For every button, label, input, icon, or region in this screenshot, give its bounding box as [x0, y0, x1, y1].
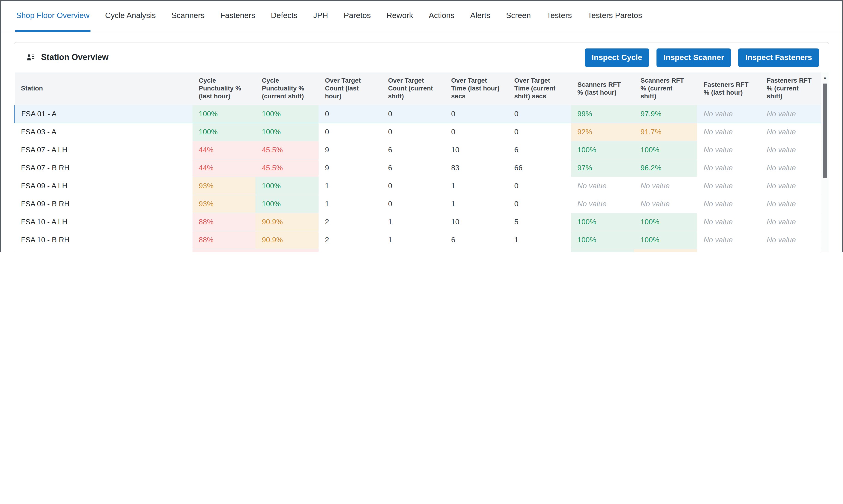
value-cell: No value [697, 141, 760, 159]
table-row[interactable]: FSA 14 - A LH56%66.7%84514695%93.3%No va… [15, 249, 823, 252]
table-row[interactable]: FSA 09 - A LH93%100%1010No valueNo value… [15, 177, 823, 195]
value-cell: 99% [571, 105, 634, 123]
value-cell: 92% [571, 123, 634, 141]
vertical-scrollbar[interactable]: ▲ ▼ [821, 72, 829, 252]
value-cell: 1 [381, 231, 445, 249]
value-cell: 100% [192, 123, 255, 141]
value-cell: 93.3% [634, 249, 697, 252]
inspect-cycle-button[interactable]: Inspect Cycle [585, 48, 649, 67]
tab-cycle-analysis[interactable]: Cycle Analysis [104, 1, 157, 32]
value-cell: 10 [445, 141, 508, 159]
value-cell: No value [697, 177, 760, 195]
value-cell: No value [760, 195, 823, 213]
value-cell: 4 [381, 249, 445, 252]
tab-actions[interactable]: Actions [428, 1, 456, 32]
station-cell: FSA 09 - A LH [15, 177, 192, 195]
table-row[interactable]: FSA 03 - A100%100%000092%91.7%No valueNo… [15, 123, 823, 141]
table-row[interactable]: FSA 01 - A100%100%000099%97.9%No valueNo… [15, 105, 823, 123]
value-cell: 1 [445, 195, 508, 213]
table-row[interactable]: FSA 07 - B RH44%45.5%96836697%96.2%No va… [15, 159, 823, 177]
tab-rework[interactable]: Rework [385, 1, 414, 32]
column-header-over-target-count-last-hour: Over Target Count (last hour) [319, 72, 381, 105]
value-cell: 45.5% [255, 141, 318, 159]
value-cell: No value [634, 195, 697, 213]
value-cell: 95% [571, 249, 634, 252]
value-cell: 66 [508, 159, 571, 177]
value-cell: No value [571, 177, 634, 195]
table-row[interactable]: FSA 10 - A LH88%90.9%21105100%100%No val… [15, 213, 823, 231]
value-cell: 100% [634, 231, 697, 249]
value-cell: No value [760, 213, 823, 231]
value-cell: 0 [508, 105, 571, 123]
value-cell: 6 [445, 231, 508, 249]
button-group: Inspect Cycle Inspect Scanner Inspect Fa… [585, 48, 819, 67]
table-area: StationCycle Punctuality % (last hour)Cy… [14, 72, 829, 252]
value-cell: 93% [192, 177, 255, 195]
value-cell: 1 [508, 231, 571, 249]
value-cell: 91.7% [634, 123, 697, 141]
value-cell: 0 [381, 105, 445, 123]
tab-screen[interactable]: Screen [505, 1, 532, 32]
value-cell: 100% [255, 177, 318, 195]
value-cell: No value [697, 123, 760, 141]
value-cell: 1 [445, 177, 508, 195]
column-header-scanners-rft-last-hour: Scanners RFT % (last hour) [571, 72, 634, 105]
column-header-cycle-punctuality-last-hour: Cycle Punctuality % (last hour) [192, 72, 255, 105]
value-cell: 2 [319, 231, 381, 249]
value-cell: 44% [192, 159, 255, 177]
station-cell: FSA 03 - A [15, 123, 192, 141]
value-cell: 66.7% [255, 249, 318, 252]
value-cell: 5 [508, 213, 571, 231]
value-cell: No value [697, 213, 760, 231]
tab-shop-floor-overview[interactable]: Shop Floor Overview [15, 1, 90, 32]
value-cell: No value [697, 159, 760, 177]
value-cell: 100% [255, 195, 318, 213]
table-row[interactable]: FSA 10 - B RH88%90.9%2161100%100%No valu… [15, 231, 823, 249]
value-cell: 88% [192, 213, 255, 231]
value-cell: 100% [634, 213, 697, 231]
station-cell: FSA 10 - B RH [15, 231, 192, 249]
scroll-up-icon[interactable]: ▲ [821, 73, 829, 82]
table-row[interactable]: FSA 07 - A LH44%45.5%96106100%100%No val… [15, 141, 823, 159]
column-header-station: Station [15, 72, 192, 105]
value-cell: 100% [255, 123, 318, 141]
value-cell: 0 [508, 195, 571, 213]
value-cell: 90.9% [255, 231, 318, 249]
tab-scanners[interactable]: Scanners [171, 1, 206, 32]
value-cell: 51 [445, 249, 508, 252]
tab-fasteners[interactable]: Fasteners [219, 1, 256, 32]
inspect-fasteners-button[interactable]: Inspect Fasteners [738, 48, 819, 67]
value-cell: 9 [319, 159, 381, 177]
value-cell: No value [760, 123, 823, 141]
value-cell: No value [697, 105, 760, 123]
value-cell: 97% [571, 159, 634, 177]
column-header-over-target-time-last-hour-secs: Over Target Time (last hour) secs [445, 72, 508, 105]
station-cell: FSA 10 - A LH [15, 213, 192, 231]
value-cell: 44% [192, 141, 255, 159]
value-cell: 9 [319, 141, 381, 159]
tab-alerts[interactable]: Alerts [469, 1, 491, 32]
column-header-over-target-count-current-shift: Over Target Count (current shift) [381, 72, 445, 105]
tab-paretos[interactable]: Paretos [343, 1, 372, 32]
tab-testers[interactable]: Testers [546, 1, 573, 32]
station-cell: FSA 07 - B RH [15, 159, 192, 177]
tab-jph[interactable]: JPH [312, 1, 329, 32]
tab-testers-paretos[interactable]: Testers Paretos [587, 1, 643, 32]
app-window: Shop Floor OverviewCycle AnalysisScanner… [0, 0, 843, 252]
tab-defects[interactable]: Defects [270, 1, 299, 32]
value-cell: 0 [319, 123, 381, 141]
value-cell: 6 [508, 141, 571, 159]
column-header-fasteners-rft-last-hour: Fasteners RFT % (last hour) [697, 72, 760, 105]
station-overview-card: Station Overview Inspect Cycle Inspect S… [14, 42, 829, 252]
value-cell: No value [760, 159, 823, 177]
station-cell: FSA 07 - A LH [15, 141, 192, 159]
table-row[interactable]: FSA 09 - B RH93%100%1010No valueNo value… [15, 195, 823, 213]
scrollbar-thumb[interactable] [823, 84, 827, 178]
inspect-scanner-button[interactable]: Inspect Scanner [657, 48, 731, 67]
value-cell: 10 [445, 213, 508, 231]
value-cell: 93% [192, 195, 255, 213]
column-header-over-target-time-current-shift-secs: Over Target Time (current shift) secs [508, 72, 571, 105]
value-cell: 56% [192, 249, 255, 252]
value-cell: 100% [571, 141, 634, 159]
value-cell: 0 [319, 105, 381, 123]
